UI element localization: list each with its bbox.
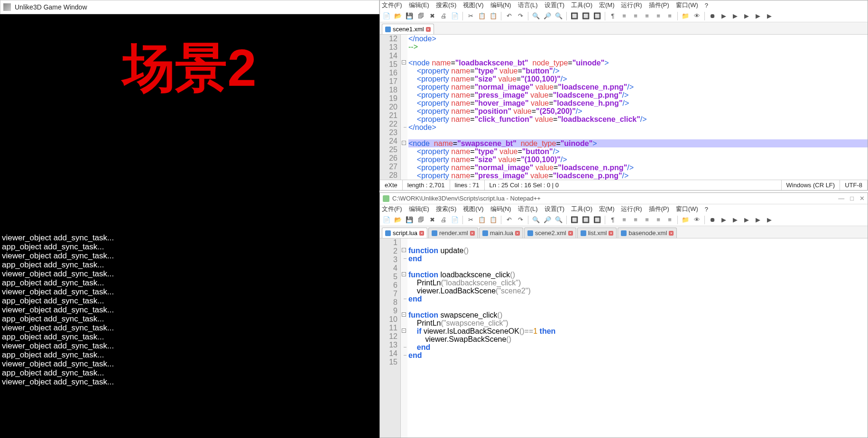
fold-toggle[interactable]: − (402, 328, 406, 333)
toolbar-button[interactable]: ✖ (427, 215, 437, 225)
toolbar-button[interactable]: 📋 (489, 215, 498, 225)
code-line[interactable]: <property name="press_image" value="load… (408, 91, 868, 99)
toolbar-button[interactable]: ≡ (619, 11, 629, 21)
menu-item[interactable]: 编辑(E) (409, 1, 429, 9)
code-line[interactable] (408, 263, 868, 271)
toolbar-button[interactable]: 🗐 (416, 11, 425, 21)
toolbar-button[interactable]: 📋 (489, 11, 498, 21)
menu-item[interactable]: 宏(M) (599, 1, 615, 9)
toolbar-button[interactable]: ▶ (753, 215, 763, 225)
menu-item[interactable]: 工具(O) (571, 1, 592, 9)
game-viewport[interactable]: 场景2 (0, 14, 379, 232)
toolbar-button[interactable]: ⏺ (708, 215, 717, 225)
toolbar-button[interactable]: ≡ (665, 215, 674, 225)
code-line[interactable]: <property name="size" value="(100,100)"/… (408, 155, 868, 164)
toolbar-button[interactable]: ↶ (504, 215, 514, 225)
code-area[interactable]: function update()endfunction loadbacksce… (407, 238, 868, 438)
tab-main-lua[interactable]: main.lua× (479, 228, 523, 238)
menubar[interactable]: 文件(F)编辑(E)搜索(S)视图(V)编码(N)语言(L)设置(T)工具(O)… (380, 0, 868, 10)
code-line[interactable]: <node name="swapscene_bt" node_type="uin… (408, 139, 868, 147)
fold-toggle[interactable]: − (402, 312, 406, 317)
code-line[interactable] (408, 131, 868, 139)
menu-item[interactable]: ? (705, 2, 708, 9)
toolbar-button[interactable]: ¶ (608, 11, 618, 21)
tab-list-xml[interactable]: list.xml× (577, 228, 617, 238)
toolbar-button[interactable]: 📋 (477, 215, 487, 225)
toolbar-button[interactable]: 🔍 (531, 215, 541, 225)
toolbar[interactable]: 📄📂💾🗐✖🖨📄✂📋📋↶↷🔍🔎🔍🔲🔲🔲¶≡≡≡≡≡📁👁⏺▶▶▶▶▶ (380, 214, 868, 226)
code-line[interactable]: end (408, 255, 868, 263)
toolbar-button[interactable]: 👁 (692, 215, 702, 225)
menu-item[interactable]: 视图(V) (463, 1, 483, 9)
close-icon[interactable]: × (426, 27, 431, 32)
code-line[interactable]: PrintLn("loadbackscene_click") (408, 279, 868, 287)
menu-item[interactable]: 搜索(S) (436, 205, 456, 213)
toolbar-button[interactable]: 📂 (393, 11, 403, 21)
menu-item[interactable]: 文件(F) (382, 205, 402, 213)
toolbar-button[interactable]: 🔲 (592, 215, 602, 225)
fold-column[interactable]: −−−− (401, 238, 407, 438)
tab-render-xml[interactable]: render.xml× (428, 228, 478, 238)
menu-item[interactable]: 设置(T) (545, 1, 565, 9)
toolbar-button[interactable]: 🔍 (554, 11, 563, 21)
toolbar-button[interactable]: 📂 (393, 215, 403, 225)
code-line[interactable]: viewer.LoadBackScene("scene2") (408, 287, 868, 295)
maximize-button[interactable]: □ (850, 195, 854, 202)
toolbar-button[interactable]: 📄 (382, 11, 391, 21)
code-line[interactable]: <property name="hover_image" value="load… (408, 99, 868, 107)
game-window-titlebar[interactable]: Unlike3D Game Window (0, 0, 379, 14)
toolbar-button[interactable]: 📄 (450, 11, 460, 21)
toolbar-button[interactable]: 💾 (405, 11, 414, 21)
toolbar-button[interactable]: ≡ (642, 11, 652, 21)
code-line[interactable]: </node> (408, 35, 868, 43)
menu-item[interactable]: 宏(M) (599, 205, 615, 213)
console-output[interactable]: viewer_object add_sync_task...app_object… (0, 232, 379, 438)
tab-basenode-xml[interactable]: basenode.xml× (618, 228, 677, 238)
code-line[interactable]: function loadbackscene_click() (408, 271, 868, 279)
tab-scene1-xml[interactable]: scene1.xml × (382, 24, 434, 34)
toolbar-button[interactable]: ▶ (742, 11, 751, 21)
tab-script-lua[interactable]: script.lua× (382, 228, 427, 238)
code-line[interactable]: <property name="normal_image" value="loa… (408, 164, 868, 172)
toolbar-button[interactable]: ▶ (742, 215, 751, 225)
toolbar-button[interactable]: ↶ (504, 11, 514, 21)
toolbar-button[interactable]: 🔍 (531, 11, 541, 21)
toolbar-button[interactable]: 🔲 (570, 215, 579, 225)
toolbar-button[interactable]: ≡ (619, 215, 629, 225)
toolbar-button[interactable]: ⏺ (708, 11, 717, 21)
fold-column[interactable]: −− (401, 35, 407, 180)
toolbar-button[interactable]: 🔲 (592, 11, 602, 21)
toolbar-button[interactable]: 🖨 (439, 11, 448, 21)
toolbar-button[interactable]: ▶ (730, 215, 740, 225)
close-icon[interactable]: × (419, 231, 424, 236)
menu-item[interactable]: 窗口(W) (676, 1, 698, 9)
close-icon[interactable]: × (470, 231, 475, 236)
code-line[interactable]: end (408, 343, 868, 351)
code-line[interactable]: if viewer.IsLoadBackSceneOK()==1 then (408, 327, 868, 335)
close-icon[interactable]: × (669, 231, 674, 236)
tab-scene2-xml[interactable]: scene2.xml× (524, 228, 576, 238)
menu-item[interactable]: 语言(L) (518, 205, 538, 213)
code-line[interactable]: end (408, 351, 868, 359)
code-line[interactable]: function swapscene_click() (408, 311, 868, 319)
menu-item[interactable]: 文件(F) (382, 1, 402, 9)
toolbar-button[interactable]: ✂ (466, 11, 475, 21)
code-line[interactable] (408, 303, 868, 311)
toolbar-button[interactable]: 🔲 (570, 11, 579, 21)
toolbar-button[interactable]: ▶ (765, 215, 774, 225)
tabbar[interactable]: scene1.xml × (380, 22, 868, 35)
toolbar-button[interactable]: ✖ (427, 11, 437, 21)
code-line[interactable]: </node> (408, 123, 868, 131)
menu-item[interactable]: 插件(P) (649, 205, 669, 213)
toolbar-button[interactable]: ≡ (654, 215, 663, 225)
toolbar-button[interactable]: 🔍 (554, 215, 563, 225)
close-icon[interactable]: × (568, 231, 573, 236)
code-line[interactable]: <property name="type" value="button"/> (408, 147, 868, 155)
close-button[interactable]: ✕ (859, 195, 865, 202)
code-line[interactable] (408, 238, 868, 246)
code-line[interactable]: <property name="press_image" value="load… (408, 172, 868, 180)
toolbar-button[interactable]: 👁 (692, 11, 702, 21)
toolbar-button[interactable]: ✂ (466, 215, 475, 225)
toolbar-button[interactable]: 📁 (681, 215, 690, 225)
toolbar-button[interactable]: 📋 (477, 11, 487, 21)
